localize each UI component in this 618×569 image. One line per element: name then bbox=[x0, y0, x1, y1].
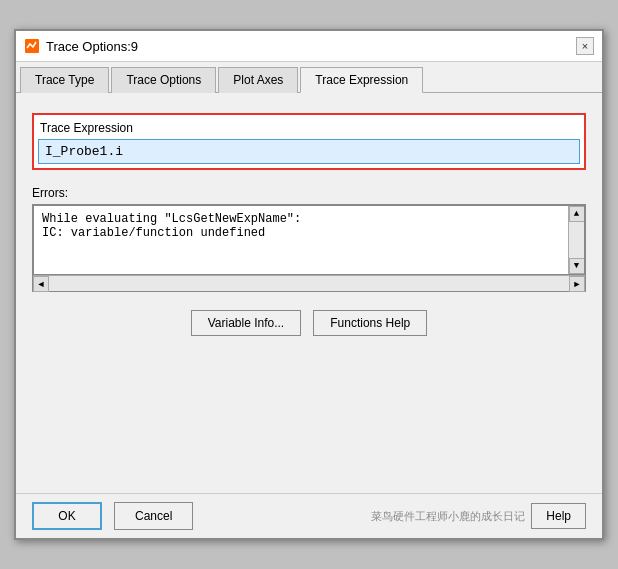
title-bar: Trace Options:9 × bbox=[16, 31, 602, 62]
errors-section: Errors: While evaluating "LcsGetNewExpNa… bbox=[32, 186, 586, 292]
footer: OK Cancel 菜鸟硬件工程师小鹿的成长日记 Help bbox=[16, 493, 602, 538]
errors-box: While evaluating "LcsGetNewExpName": IC:… bbox=[33, 205, 585, 275]
functions-help-button[interactable]: Functions Help bbox=[313, 310, 427, 336]
tab-bar: Trace Type Trace Options Plot Axes Trace… bbox=[16, 62, 602, 93]
hscroll-track bbox=[49, 276, 569, 291]
error-line2: IC: variable/function undefined bbox=[42, 226, 556, 240]
app-icon bbox=[24, 38, 40, 54]
scroll-track bbox=[569, 222, 584, 258]
cancel-button[interactable]: Cancel bbox=[114, 502, 193, 530]
errors-content: While evaluating "LcsGetNewExpName": IC:… bbox=[42, 212, 576, 240]
scroll-up-button[interactable]: ▲ bbox=[569, 206, 585, 222]
watermark-text: 菜鸟硬件工程师小鹿的成长日记 bbox=[371, 509, 525, 524]
expression-outer-box: Trace Expression bbox=[32, 113, 586, 170]
expression-label: Trace Expression bbox=[38, 119, 580, 137]
tab-trace-type[interactable]: Trace Type bbox=[20, 67, 109, 93]
scroll-right-button[interactable]: ► bbox=[569, 276, 585, 292]
close-button[interactable]: × bbox=[576, 37, 594, 55]
tab-trace-expression[interactable]: Trace Expression bbox=[300, 67, 423, 93]
scroll-left-button[interactable]: ◄ bbox=[33, 276, 49, 292]
footer-right: 菜鸟硬件工程师小鹿的成长日记 Help bbox=[371, 503, 586, 529]
vertical-scrollbar[interactable]: ▲ ▼ bbox=[568, 206, 584, 274]
scroll-down-button[interactable]: ▼ bbox=[569, 258, 585, 274]
tab-trace-options[interactable]: Trace Options bbox=[111, 67, 216, 93]
error-line1: While evaluating "LcsGetNewExpName": bbox=[42, 212, 556, 226]
help-button[interactable]: Help bbox=[531, 503, 586, 529]
errors-label: Errors: bbox=[32, 186, 586, 200]
tab-plot-axes[interactable]: Plot Axes bbox=[218, 67, 298, 93]
variable-info-button[interactable]: Variable Info... bbox=[191, 310, 302, 336]
horizontal-scrollbar[interactable]: ◄ ► bbox=[33, 275, 585, 291]
errors-container: While evaluating "LcsGetNewExpName": IC:… bbox=[32, 204, 586, 292]
content-area: Trace Expression Errors: While evaluatin… bbox=[16, 93, 602, 493]
footer-left: OK Cancel bbox=[32, 502, 193, 530]
main-window: Trace Options:9 × Trace Type Trace Optio… bbox=[14, 29, 604, 540]
title-bar-left: Trace Options:9 bbox=[24, 38, 138, 54]
action-buttons-row: Variable Info... Functions Help bbox=[32, 310, 586, 336]
expression-section: Trace Expression bbox=[32, 113, 586, 170]
window-title: Trace Options:9 bbox=[46, 39, 138, 54]
expression-input[interactable] bbox=[38, 139, 580, 164]
ok-button[interactable]: OK bbox=[32, 502, 102, 530]
